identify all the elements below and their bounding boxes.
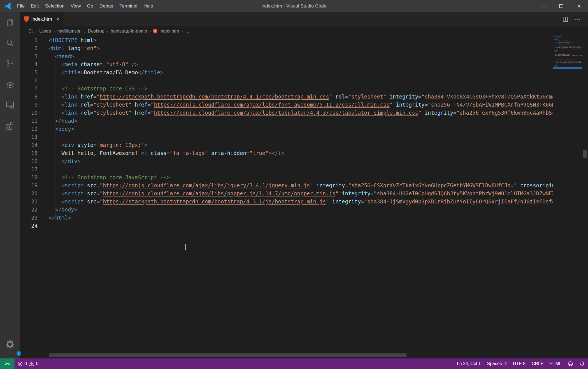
menu-view[interactable]: View: [68, 0, 84, 12]
breadcrumb-item[interactable]: mwilliamson: [57, 29, 82, 34]
code-line[interactable]: 9 <link rel="stylesheet" href="https://c…: [20, 101, 553, 109]
indentation[interactable]: Spaces: 4: [484, 358, 510, 369]
line-number: 14: [20, 141, 49, 149]
breadcrumb: C:›Users›mwilliamson›Desktop›bootstrap-f…: [20, 26, 588, 36]
minimize-button[interactable]: [535, 0, 552, 12]
breadcrumb-item[interactable]: Desktop: [87, 29, 105, 34]
sidebar-item-debug[interactable]: [0, 74, 20, 95]
code-line[interactable]: 18 <!-- Bootstrap core JavaScript -->: [20, 173, 553, 181]
code-line[interactable]: 8 <link href="https://stackpath.bootstra…: [20, 93, 553, 101]
smiley-icon: [568, 361, 573, 366]
code-line[interactable]: 16 </div>: [20, 157, 553, 165]
code-line[interactable]: 3 <head>: [20, 52, 553, 60]
line-number: 1: [20, 36, 49, 44]
editor[interactable]: 1<!DOCTYPE html>2<html lang="en">3 <head…: [20, 36, 588, 358]
line-number: 15: [20, 149, 49, 157]
code-line[interactable]: 14 <div style='margin: 12px;'>: [20, 141, 553, 149]
code-line[interactable]: 19 <script src="https://cdnjs.cloudflare…: [20, 181, 553, 190]
code-line[interactable]: 20 <script src="https://cdnjs.cloudflare…: [20, 190, 553, 198]
encoding[interactable]: UTF-8: [510, 358, 528, 369]
gear-icon: [5, 340, 15, 349]
code-line[interactable]: 13: [20, 133, 553, 141]
line-number: 23: [20, 214, 49, 222]
tab-label: index.htm: [31, 16, 52, 22]
line-number: 22: [20, 206, 49, 214]
language-mode[interactable]: HTML: [546, 358, 565, 369]
eol-sequence[interactable]: CRLF: [529, 358, 547, 369]
breadcrumb-item[interactable]: bootstrap-fa-demo: [110, 29, 148, 34]
minimize-icon: [542, 6, 546, 6]
code-line[interactable]: 12 <body>: [20, 125, 553, 133]
code-line[interactable]: 15 Well hello, FontAwesome! <i class="fa…: [20, 149, 553, 157]
menu-selection[interactable]: Selection: [42, 0, 68, 12]
line-content: [49, 222, 553, 230]
error-icon: [18, 361, 23, 366]
line-content: <!-- Bootstrap core CSS -->: [49, 85, 553, 93]
mouse-cursor: [185, 244, 186, 250]
sidebar-item-remote-explorer[interactable]: [0, 95, 20, 115]
code-line[interactable]: 2<html lang="en">: [20, 44, 553, 52]
tab-index-htm[interactable]: 5 index.htm ×: [20, 12, 63, 26]
line-content: </head>: [49, 117, 553, 125]
line-number: 10: [20, 109, 49, 117]
code-line[interactable]: 21 <script src="https://stackpath.bootst…: [20, 198, 553, 206]
code-line[interactable]: 11 </head>: [20, 117, 553, 125]
close-button[interactable]: ×: [570, 0, 588, 12]
line-number: 6: [20, 77, 49, 85]
tab-close-icon[interactable]: ×: [56, 16, 60, 23]
line-number: 2: [20, 44, 49, 52]
line-number: 21: [20, 198, 49, 206]
menu-terminal[interactable]: Terminal: [116, 0, 140, 12]
horizontal-scrollbar[interactable]: [49, 353, 406, 357]
breadcrumb-item[interactable]: index.htm: [159, 29, 179, 34]
search-icon: [5, 38, 15, 48]
menu-debug[interactable]: Debug: [96, 0, 116, 12]
code-line[interactable]: 17: [20, 165, 553, 173]
maximize-icon: [559, 4, 563, 8]
line-content: <!-- Bootstrap core JavaScript -->: [49, 173, 553, 181]
html5-file-icon: 5: [153, 29, 157, 34]
remote-explorer-icon: [5, 100, 15, 110]
problems-status[interactable]: 0 0: [14, 358, 41, 369]
menu-file[interactable]: File: [14, 0, 28, 12]
titlebar: FileEditSelectionViewGoDebugTerminalHelp…: [0, 0, 588, 12]
sidebar-item-source-control[interactable]: [0, 53, 20, 74]
code-line[interactable]: 4 <meta charset="utf-8" />: [20, 60, 553, 68]
maximize-button[interactable]: [552, 0, 570, 12]
menu-go[interactable]: Go: [84, 0, 96, 12]
sidebar-item-search[interactable]: [0, 33, 20, 53]
line-number: 17: [20, 165, 49, 173]
breadcrumb-item[interactable]: C:: [28, 29, 33, 34]
more-actions-icon[interactable]: [575, 16, 581, 22]
code-line[interactable]: 22 </body>: [20, 206, 553, 214]
code-line[interactable]: 1<!DOCTYPE html>: [20, 36, 553, 44]
line-content: <head>: [49, 52, 553, 60]
code-line[interactable]: 7 <!-- Bootstrap core CSS -->: [20, 85, 553, 93]
line-content: <body>: [49, 125, 553, 133]
breadcrumb-item[interactable]: Users: [39, 29, 52, 34]
line-content: Well hello, FontAwesome! <i class="fa fa…: [49, 149, 553, 157]
line-content: [49, 165, 553, 173]
code-line[interactable]: 5 <title>Bootstrap/FA Demo</title>: [20, 68, 553, 77]
warning-count: 0: [36, 361, 38, 366]
line-content: </body>: [49, 206, 553, 214]
feedback-button[interactable]: [565, 358, 576, 369]
remote-indicator[interactable]: ><: [0, 358, 14, 369]
split-editor-icon[interactable]: [562, 16, 569, 22]
sidebar-item-explorer[interactable]: [0, 12, 20, 33]
breadcrumb-separator-icon: ›: [180, 29, 185, 34]
cursor-position[interactable]: Ln 24, Col 1: [454, 358, 484, 369]
manage-button[interactable]: 1: [0, 334, 20, 355]
breadcrumb-item[interactable]: ...: [185, 29, 190, 34]
menu-edit[interactable]: Edit: [28, 0, 42, 12]
line-number: 4: [20, 60, 49, 68]
menu-help[interactable]: Help: [140, 0, 156, 12]
code-line[interactable]: 10 <link rel="stylesheet" href="https://…: [20, 109, 553, 117]
notifications-button[interactable]: [576, 358, 588, 369]
code-line[interactable]: 23</html>: [20, 214, 553, 222]
code-line[interactable]: 6: [20, 77, 553, 85]
minimap[interactable]: <!DOCTYPE html><html lang="en"> <head> <…: [553, 36, 582, 69]
tab-bar: 5 index.htm ×: [20, 12, 588, 26]
code-line[interactable]: 24: [20, 222, 553, 230]
sidebar-item-extensions[interactable]: [0, 115, 20, 136]
